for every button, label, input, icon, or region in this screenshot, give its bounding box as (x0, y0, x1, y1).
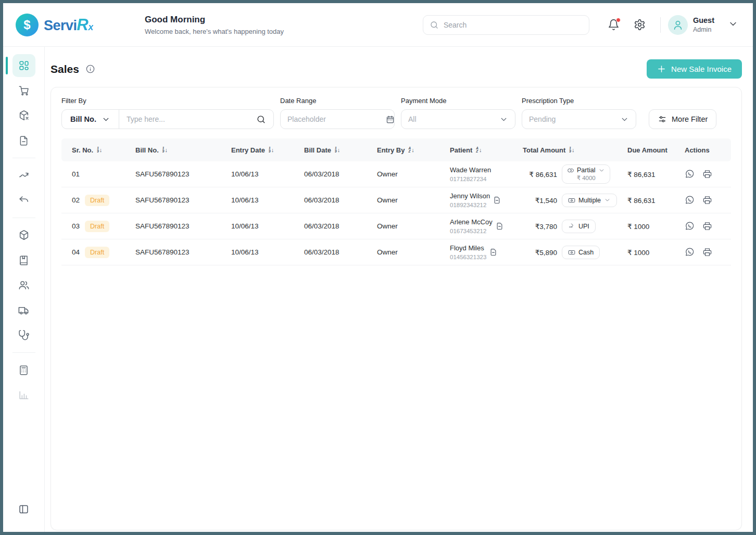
sidebar-item-ledger[interactable] (12, 249, 35, 272)
patient-name: Floyd Miles (450, 244, 486, 252)
bill-search-input[interactable] (127, 115, 252, 123)
filter-bar: Filter By Bill No. Date Range (51, 97, 741, 138)
col-sr-no: Sr. No.19↓ (61, 146, 135, 154)
draft-badge: Draft (85, 195, 109, 206)
sidebar-item-purchase-return[interactable] (12, 104, 35, 127)
cell-due-amount: ₹ 1000 (627, 248, 685, 257)
cell-patient: Jenny Wilson 01892343212 (450, 192, 523, 208)
cell-due-amount: ₹ 86,631 (627, 170, 685, 179)
notifications-button[interactable] (608, 19, 620, 31)
calculator-icon (18, 365, 29, 376)
cell-entry-by: Owner (377, 170, 450, 178)
cell-entry-date: 10/06/13 (231, 222, 304, 230)
sidebar-item-doctors[interactable] (12, 324, 35, 347)
whatsapp-icon[interactable] (685, 169, 695, 179)
prescription-file-icon[interactable] (493, 196, 501, 204)
date-range-field[interactable] (280, 109, 395, 129)
cell-total-amount: ₹3,780 UPI (523, 220, 627, 233)
sidebar-item-sales[interactable] (12, 79, 35, 102)
search-icon[interactable] (256, 114, 266, 124)
prescription-type-select[interactable]: Pending (522, 109, 636, 129)
table-row[interactable]: 04Draft SAFU567890123 10/06/13 06/03/201… (61, 239, 731, 265)
patient-phone: 01892343212 (450, 202, 490, 208)
sort-numeric-icon[interactable]: 19↓ (335, 147, 340, 154)
brand-logo[interactable]: $ ServiRx (16, 14, 145, 36)
print-icon[interactable] (702, 195, 712, 205)
user-name: Guest (693, 16, 714, 24)
sidebar-item-inventory[interactable] (12, 224, 35, 247)
whatsapp-icon[interactable] (685, 247, 695, 257)
user-avatar[interactable] (668, 15, 688, 35)
undo-arrow-icon (18, 195, 30, 206)
print-icon[interactable] (702, 169, 712, 179)
payment-mode-select[interactable]: All (401, 109, 515, 129)
sidebar-collapse-button[interactable] (12, 498, 35, 520)
sidebar-item-accounts[interactable] (12, 359, 35, 381)
date-range-label: Date Range (280, 97, 395, 105)
info-icon[interactable] (85, 64, 95, 74)
greeting-block: Good Morning Welcome back, here's what's… (145, 15, 284, 35)
sort-numeric-icon[interactable]: 19↓ (269, 147, 274, 154)
payment-mode-badge[interactable]: Partial ₹ 4000 (562, 164, 610, 184)
user-menu-chevron[interactable] (728, 19, 740, 31)
cell-entry-by: Owner (377, 196, 450, 204)
shopping-cart-icon (18, 85, 30, 96)
sort-alpha-icon[interactable]: AZ↓ (408, 147, 414, 154)
cell-patient: Arlene McCoy 01673453212 (450, 218, 523, 234)
whatsapp-icon[interactable] (685, 195, 695, 205)
sidebar-item-delivery[interactable] (12, 299, 35, 322)
global-search[interactable] (423, 15, 589, 35)
sidebar-item-customers[interactable] (12, 274, 35, 297)
table-row[interactable]: 01 SAFU567890123 10/06/13 06/03/2018 Own… (61, 161, 731, 187)
prescription-file-icon[interactable] (489, 248, 497, 256)
patient-name: Arlene McCoy (450, 218, 493, 226)
print-icon[interactable] (702, 247, 712, 257)
table-row[interactable]: 02Draft SAFU567890123 10/06/13 06/03/201… (61, 187, 731, 213)
sidebar-item-reports[interactable] (12, 164, 35, 187)
cell-total-amount: ₹1,540 Multiple (523, 194, 627, 207)
package-icon (18, 230, 30, 241)
sidebar-divider (12, 218, 35, 218)
whatsapp-icon[interactable] (685, 221, 695, 231)
chevron-down-icon (102, 115, 110, 124)
table-row[interactable]: 03Draft SAFU567890123 10/06/13 06/03/201… (61, 213, 731, 239)
chevron-down-icon (598, 167, 605, 174)
sidebar-item-analytics[interactable] (12, 384, 35, 406)
greeting-title: Good Morning (145, 15, 284, 25)
payment-mode-badge[interactable]: Multiple (562, 194, 617, 207)
prescription-type-label: Prescription Type (522, 97, 636, 105)
more-filter-button[interactable]: More Filter (649, 109, 716, 129)
cell-bill-no: SAFU567890123 (135, 196, 231, 204)
date-range-input[interactable] (287, 115, 382, 123)
cell-entry-date: 10/06/13 (231, 248, 304, 256)
sort-numeric-icon[interactable]: 19↓ (162, 147, 168, 154)
chevron-down-icon (499, 115, 508, 124)
new-sale-invoice-button[interactable]: New Sale Invoice (647, 59, 742, 79)
sort-numeric-icon[interactable]: 19↓ (569, 147, 574, 154)
col-total-amount: Total Amount19↓ (523, 146, 627, 154)
draft-badge: Draft (85, 221, 109, 232)
patient-phone: 01456321323 (450, 254, 486, 260)
print-icon[interactable] (702, 221, 712, 231)
cell-sr: 04Draft (61, 247, 135, 258)
search-input[interactable] (444, 21, 583, 29)
dollar-medical-icon: $ (16, 14, 39, 36)
plus-icon (657, 65, 666, 73)
truck-icon (18, 304, 30, 316)
prescription-file-icon[interactable] (496, 222, 503, 230)
sidebar-nav (3, 47, 45, 532)
patient-phone: 01712827234 (450, 176, 491, 182)
sort-numeric-icon[interactable]: 19↓ (97, 147, 102, 154)
cell-entry-by: Owner (377, 222, 450, 230)
payment-mode-badge[interactable]: Cash (562, 246, 600, 259)
payment-mode-badge[interactable]: UPI (562, 220, 596, 233)
search-icon (430, 20, 439, 30)
calendar-icon (386, 115, 395, 124)
sidebar-item-invoices[interactable] (12, 129, 35, 152)
sort-alpha-icon[interactable]: AZ↓ (476, 147, 482, 154)
page-title: Sales (51, 63, 79, 75)
sidebar-item-sales-return[interactable] (12, 189, 35, 212)
filter-by-select[interactable]: Bill No. (62, 110, 119, 129)
sidebar-item-dashboard[interactable] (12, 54, 35, 77)
settings-button[interactable] (634, 19, 646, 31)
